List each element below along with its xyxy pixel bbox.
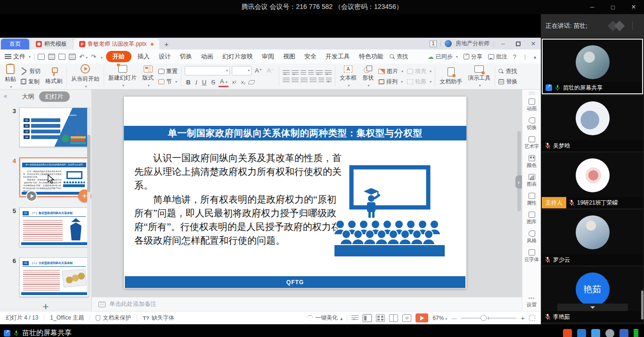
text-direction-icon[interactable]	[316, 70, 323, 75]
participant-tile[interactable]: 吴梦晗	[542, 96, 643, 151]
save-icon[interactable]	[38, 54, 45, 60]
tab-outline[interactable]: 大纲	[22, 92, 34, 101]
taskbar-app-icon[interactable]	[577, 329, 586, 337]
scrollbar-thumb[interactable]	[517, 131, 521, 211]
fit-slide-icon[interactable]	[529, 315, 535, 321]
print-icon[interactable]	[48, 54, 55, 60]
replace-button[interactable]: 替换	[498, 78, 517, 86]
bold-button[interactable]: B	[185, 79, 192, 86]
account-avatar[interactable]	[445, 40, 452, 47]
wps-tab-home[interactable]: 首页	[1, 39, 29, 49]
copy-button[interactable]: 复制	[21, 78, 41, 86]
cut-button[interactable]: 剪切	[21, 67, 41, 75]
reset-button[interactable]: 重置	[158, 67, 178, 75]
slide-thumbnail-5[interactable]: 5 01 （一）集权型政府间纵向关系体制	[6, 207, 89, 247]
shapes-button[interactable]: 形状	[359, 66, 376, 88]
overview-icon[interactable]	[351, 315, 359, 321]
thumbnail-preview[interactable]: 单一制国家政府间纵向关系体制的两种类型：集权型与分权型 认识一国政府间纵向关系及…	[19, 157, 89, 197]
presentation-tools-button[interactable]: 演示工具	[465, 66, 493, 88]
slide-thumbnail-3[interactable]: 3 目录CONTENTS 01 02 03 04	[6, 107, 89, 147]
collapse-panel-icon[interactable]	[4, 92, 7, 99]
slideshow-play-button[interactable]	[416, 313, 428, 322]
tool-cloud-fonts[interactable]: 云字体	[524, 249, 539, 263]
clear-format-icon[interactable]	[248, 80, 255, 84]
doc-assistant-button[interactable]: 文档助手	[437, 67, 465, 86]
thumbnail-preview[interactable]: 02 （二）分权型政府间纵向关系体制	[19, 257, 89, 297]
menu-review[interactable]: 审阅	[259, 51, 277, 62]
slide-body-text[interactable]: 认识一国政府间纵向关系及其改革的性质，首先应从理论上搞清楚政府权力所有权和行使权…	[134, 151, 345, 247]
font-color-button[interactable]: A	[219, 78, 229, 87]
normal-view-button[interactable]	[363, 314, 372, 322]
thumbnail-preview[interactable]: 01 （一）集权型政府间纵向关系体制	[19, 207, 89, 247]
collapse-ribbon-icon[interactable]	[534, 53, 536, 60]
menu-security[interactable]: 安全	[302, 51, 319, 62]
slide-sorter-button[interactable]	[376, 314, 385, 322]
preview-icon[interactable]	[69, 54, 76, 60]
taskbar-app-icon[interactable]	[563, 329, 572, 337]
menu-transition[interactable]: 切换	[177, 51, 195, 62]
arrange-button[interactable]: 排列	[378, 78, 403, 86]
tool-wordart[interactable]: 艺术字	[524, 136, 539, 150]
section-button[interactable]: 节	[158, 78, 178, 86]
redo-icon[interactable]	[91, 53, 96, 60]
tool-animation[interactable]: 动画	[527, 99, 537, 112]
quickbar-more-icon[interactable]	[99, 53, 103, 60]
zoom-out-icon[interactable]	[451, 315, 457, 321]
menu-home[interactable]: 开始	[106, 51, 131, 62]
numbering-icon[interactable]	[292, 70, 299, 75]
outline-button[interactable]: 轮廓	[407, 78, 432, 86]
line-spacing-icon[interactable]	[326, 78, 332, 83]
tool-properties[interactable]: 属性	[527, 193, 537, 206]
scrollbar-thumb[interactable]	[87, 135, 90, 192]
layout-button[interactable]: 版式	[139, 66, 156, 88]
font-increase-icon[interactable]: A⁺	[253, 67, 264, 74]
subscript-button[interactable]: X₂	[239, 80, 247, 85]
help-icon[interactable]	[513, 53, 516, 60]
align-center-icon[interactable]	[292, 78, 299, 83]
menu-devtools[interactable]: 开发工具	[323, 51, 353, 62]
zoom-slider[interactable]	[461, 318, 516, 319]
collapse-participants-button[interactable]	[557, 304, 628, 311]
zoom-slider-knob[interactable]	[481, 315, 487, 321]
sync-status[interactable]: 已同步	[428, 53, 458, 61]
classroom-illustration[interactable]	[333, 164, 451, 259]
new-tab-button[interactable]	[160, 39, 172, 49]
format-painter-button[interactable]: 格式刷	[42, 67, 65, 85]
menu-slideshow[interactable]: 幻灯片放映	[220, 51, 256, 62]
participant-tile[interactable]: 罗少云	[542, 210, 643, 265]
taskbar-app-icon[interactable]	[634, 329, 638, 337]
missing-font-status[interactable]: 缺失字体	[143, 314, 174, 322]
menu-design[interactable]: 设计	[156, 51, 174, 62]
slide-thumbnail-4-selected[interactable]: 4 单一制国家政府间纵向关系体制的两种类型：集权型与分权型 认识一国政府间纵向关…	[6, 157, 89, 197]
maximize-icon[interactable]	[603, 0, 623, 14]
menu-find[interactable]: 查找	[390, 53, 408, 61]
align-text-icon[interactable]	[325, 70, 332, 75]
tool-transition[interactable]: 切换	[527, 117, 537, 131]
current-slide[interactable]: 单一制国家政府间纵向关系体制的两种类型：集权型与分权型 认识一国政府间纵向关系及…	[124, 97, 466, 288]
menu-animation[interactable]: 动画	[198, 51, 216, 62]
comment-button[interactable]: 批注	[488, 53, 507, 61]
protection-status[interactable]: 文档未保护	[96, 314, 131, 322]
slide-canvas[interactable]: 单一制国家政府间纵向关系体制的两种类型：集权型与分权型 认识一国政府间纵向关系及…	[92, 90, 522, 297]
undo-icon[interactable]	[79, 53, 88, 60]
font-decrease-icon[interactable]: A⁻	[266, 67, 276, 74]
reading-view-button[interactable]	[389, 314, 398, 322]
find-button[interactable]: 查找	[498, 67, 517, 75]
account-name[interactable]: 房地产分析师	[456, 40, 489, 48]
canvas-scrollbar[interactable]	[517, 90, 521, 297]
participant-tile-host[interactable]: 主持人 19研21班丁荣嵘	[542, 153, 643, 208]
paste-button[interactable]: 粘贴	[2, 64, 19, 89]
wps-minimize-icon[interactable]	[497, 39, 509, 49]
taskbar-app-icon[interactable]	[620, 329, 628, 337]
wps-tab-document[interactable]: 鲁敏老师 法国改革.pptx	[73, 39, 159, 49]
zoom-in-icon[interactable]	[521, 314, 525, 322]
expand-sidebar-arrow[interactable]	[515, 175, 522, 189]
justify-icon[interactable]	[310, 78, 317, 83]
align-left-icon[interactable]	[283, 78, 290, 83]
outdent-icon[interactable]	[301, 70, 306, 75]
share-indicator[interactable]: 苗壮的屏幕共享	[4, 329, 72, 337]
beautify-button[interactable]: 一键美化	[307, 314, 342, 322]
textbox-button[interactable]: 文本框	[337, 66, 359, 88]
tab-slides[interactable]: 幻灯片	[39, 91, 70, 102]
minimize-icon[interactable]	[582, 0, 603, 14]
